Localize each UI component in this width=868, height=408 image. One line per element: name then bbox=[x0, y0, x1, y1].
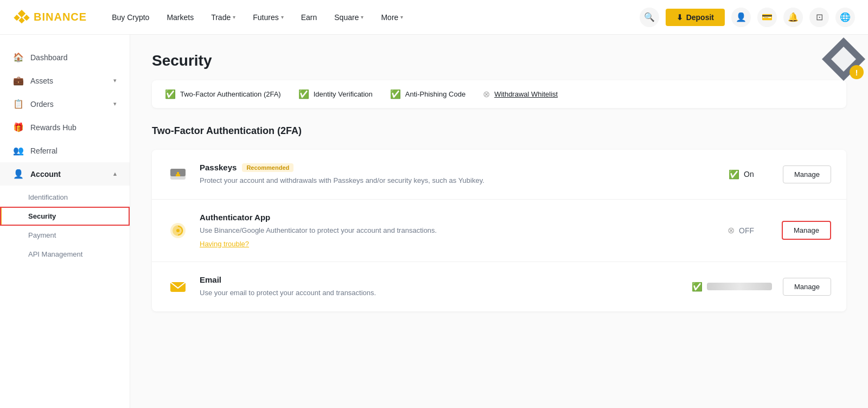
svg-rect-1 bbox=[18, 17, 24, 23]
deposit-arrow-icon: ⬇ bbox=[676, 13, 683, 22]
sidebar-item-payment[interactable]: Payment bbox=[0, 226, 130, 245]
email-title: Email bbox=[200, 275, 681, 284]
section-title-2fa: Two-Factor Authentication (2FA) bbox=[152, 125, 846, 137]
svg-rect-7 bbox=[177, 172, 179, 175]
authenticator-status-icon: ⊗ bbox=[727, 225, 735, 235]
sidebar-item-rewards[interactable]: 🎁 Rewards Hub bbox=[0, 116, 130, 139]
assets-chevron: ▾ bbox=[113, 77, 117, 84]
email-value-blurred bbox=[707, 283, 772, 290]
sidebar-item-security[interactable]: Security bbox=[0, 207, 130, 226]
orders-chevron: ▾ bbox=[113, 100, 117, 107]
authenticator-row: Authenticator App Use Binance/Google Aut… bbox=[152, 200, 846, 263]
main-content: Security ✅ Two-Factor Authentication (2F… bbox=[130, 35, 868, 408]
authenticator-desc: Use Binance/Google Authenticator to prot… bbox=[200, 225, 717, 236]
email-desc: Use your email to protect your account a… bbox=[200, 288, 681, 298]
qr-icon[interactable]: ⊡ bbox=[809, 8, 829, 27]
nav-more[interactable]: More ▾ bbox=[373, 9, 411, 26]
sidebar-item-account[interactable]: 👤 Account ▴ bbox=[0, 162, 130, 186]
email-content: Email Use your email to protect your acc… bbox=[200, 275, 681, 298]
logo[interactable]: BINANCE bbox=[13, 9, 87, 26]
orders-icon: 📋 bbox=[13, 99, 24, 109]
authenticator-manage-button[interactable]: Manage bbox=[782, 221, 831, 240]
email-row: Email Use your email to protect your acc… bbox=[152, 262, 846, 311]
nav-futures[interactable]: Futures ▾ bbox=[245, 9, 291, 26]
deposit-button[interactable]: ⬇ Deposit bbox=[666, 9, 725, 26]
status-identity: ✅ Identity Verification bbox=[298, 89, 373, 99]
passkeys-content: Passkeys Recommended Protect your accoun… bbox=[200, 163, 718, 186]
futures-chevron: ▾ bbox=[281, 14, 284, 20]
account-chevron: ▴ bbox=[113, 170, 117, 177]
passkeys-status-icon: ✅ bbox=[729, 169, 739, 180]
sidebar-item-api[interactable]: API Management bbox=[0, 245, 130, 264]
search-icon[interactable]: 🔍 bbox=[640, 8, 659, 27]
trade-chevron: ▾ bbox=[233, 14, 235, 20]
authenticator-status: ⊗ OFF bbox=[727, 225, 771, 235]
authenticator-content: Authenticator App Use Binance/Google Aut… bbox=[200, 213, 717, 249]
having-trouble-link[interactable]: Having trouble? bbox=[200, 240, 249, 248]
recommended-badge: Recommended bbox=[242, 163, 293, 172]
logo-text: BINANCE bbox=[34, 11, 87, 23]
antiphishing-check-icon: ✅ bbox=[390, 89, 401, 99]
nav-buy-crypto[interactable]: Buy Crypto bbox=[104, 9, 157, 26]
svg-rect-3 bbox=[23, 15, 29, 21]
dashboard-icon: 🏠 bbox=[13, 52, 24, 62]
passkeys-icon bbox=[167, 163, 189, 185]
profile-icon[interactable]: 👤 bbox=[731, 8, 751, 27]
top-navigation: BINANCE Buy Crypto Markets Trade ▾ Futur… bbox=[0, 0, 868, 35]
email-manage-button[interactable]: Manage bbox=[783, 278, 831, 296]
passkeys-manage-button[interactable]: Manage bbox=[783, 165, 831, 183]
sidebar-item-dashboard[interactable]: 🏠 Dashboard bbox=[0, 46, 130, 69]
passkeys-status: ✅ On bbox=[729, 169, 772, 180]
sidebar-item-orders[interactable]: 📋 Orders ▾ bbox=[0, 92, 130, 116]
corner-badge: ! bbox=[819, 35, 868, 84]
status-whitelist[interactable]: ⊗ Withdrawal Whitelist bbox=[483, 89, 558, 99]
nav-earn[interactable]: Earn bbox=[293, 9, 325, 26]
more-chevron: ▾ bbox=[400, 14, 403, 20]
svg-rect-2 bbox=[14, 15, 20, 21]
passkeys-desc: Protect your account and withdrawals wit… bbox=[200, 175, 718, 186]
svg-point-10 bbox=[176, 229, 180, 232]
whitelist-check-icon: ⊗ bbox=[483, 89, 490, 99]
security-methods-list: Passkeys Recommended Protect your accoun… bbox=[152, 150, 846, 311]
sidebar-item-referral[interactable]: 👥 Referral bbox=[0, 139, 130, 162]
status-antiphishing: ✅ Anti-Phishing Code bbox=[390, 89, 465, 99]
security-status-bar: ✅ Two-Factor Authentication (2FA) ✅ Iden… bbox=[152, 80, 846, 108]
passkeys-title: Passkeys Recommended bbox=[200, 163, 718, 172]
sidebar-item-identification[interactable]: Identification bbox=[0, 188, 130, 207]
email-status-icon: ✅ bbox=[692, 282, 703, 292]
nav-markets[interactable]: Markets bbox=[159, 9, 201, 26]
wallet-icon[interactable]: 💳 bbox=[757, 8, 777, 27]
account-submenu: Identification Security Payment API Mana… bbox=[0, 186, 130, 266]
nav-actions: 🔍 ⬇ Deposit 👤 💳 🔔 ⊡ 🌐 bbox=[640, 8, 855, 27]
referral-icon: 👥 bbox=[13, 145, 24, 156]
page-title: Security bbox=[152, 52, 846, 69]
authenticator-icon bbox=[167, 220, 189, 241]
square-chevron: ▾ bbox=[361, 14, 363, 20]
assets-icon: 💼 bbox=[13, 75, 24, 86]
email-icon bbox=[167, 276, 189, 297]
authenticator-title: Authenticator App bbox=[200, 213, 717, 222]
page-layout: 🏠 Dashboard 💼 Assets ▾ 📋 Orders ▾ 🎁 Rewa… bbox=[0, 35, 868, 408]
sidebar: 🏠 Dashboard 💼 Assets ▾ 📋 Orders ▾ 🎁 Rewa… bbox=[0, 35, 130, 408]
bell-icon[interactable]: 🔔 bbox=[783, 8, 803, 27]
identity-check-icon: ✅ bbox=[298, 89, 309, 99]
nav-square[interactable]: Square ▾ bbox=[327, 9, 371, 26]
nav-trade[interactable]: Trade ▾ bbox=[203, 9, 243, 26]
status-2fa: ✅ Two-Factor Authentication (2FA) bbox=[165, 89, 281, 99]
sidebar-item-assets[interactable]: 💼 Assets ▾ bbox=[0, 69, 130, 92]
passkeys-row: Passkeys Recommended Protect your accoun… bbox=[152, 150, 846, 200]
alert-exclamation-icon: ! bbox=[850, 65, 864, 79]
nav-links: Buy Crypto Markets Trade ▾ Futures ▾ Ear… bbox=[104, 9, 640, 26]
2fa-check-icon: ✅ bbox=[165, 89, 176, 99]
svg-rect-0 bbox=[18, 10, 25, 17]
rewards-icon: 🎁 bbox=[13, 122, 24, 132]
account-icon: 👤 bbox=[13, 169, 24, 179]
globe-icon[interactable]: 🌐 bbox=[835, 8, 855, 27]
email-status: ✅ bbox=[692, 282, 772, 292]
